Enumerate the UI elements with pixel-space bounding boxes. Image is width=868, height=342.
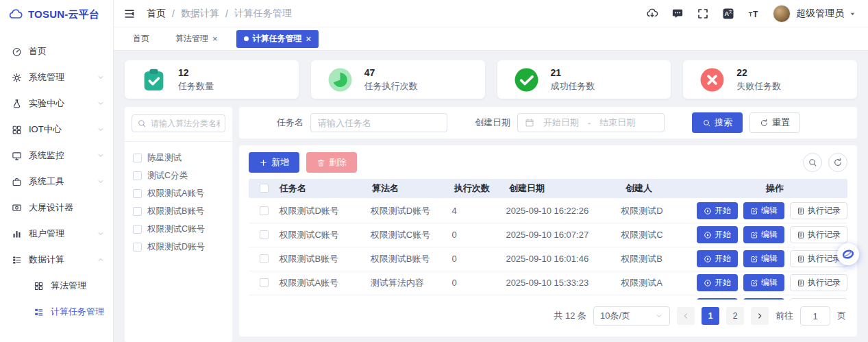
category-option[interactable]: 权限测试A账号: [133, 188, 225, 199]
close-icon[interactable]: ×: [212, 34, 218, 43]
breadcrumb-item[interactable]: 计算任务管理: [234, 8, 292, 20]
cell-create-date: 2025-09-10 16:01:46: [506, 254, 621, 264]
tab[interactable]: 计算任务管理 ×: [236, 30, 319, 48]
sidebar-item[interactable]: 实验中心: [0, 90, 113, 117]
category-option[interactable]: 测试C分类: [133, 170, 225, 182]
cell-algorithm-name: 权限测试B账号: [371, 253, 452, 265]
pie-chart-icon: [327, 67, 353, 93]
checkbox[interactable]: [133, 243, 142, 252]
edit-button[interactable]: 编辑: [743, 274, 784, 291]
task-name-label: 任务名: [277, 117, 303, 129]
sidebar-item[interactable]: 首页: [0, 38, 113, 64]
document-icon: [797, 231, 805, 239]
task-name-input[interactable]: [310, 113, 447, 132]
sidebar-item[interactable]: 大屏设计器: [0, 195, 113, 221]
row-checkbox[interactable]: [260, 206, 269, 215]
table-refresh-button[interactable]: [828, 153, 847, 172]
start-button[interactable]: 开始: [697, 226, 738, 243]
cloud-download-icon[interactable]: [646, 8, 658, 20]
user-menu[interactable]: 超级管理员: [773, 5, 856, 23]
checkbox[interactable]: [133, 225, 142, 234]
column-run-count: 执行次数: [454, 182, 509, 195]
sidebar-item[interactable]: 计算任务管理: [0, 299, 113, 325]
execution-records-button[interactable]: 执行记录: [790, 226, 847, 243]
topbar-actions: A文 TT 超级管理员: [646, 5, 856, 23]
refresh-icon: [833, 158, 843, 167]
page-number-button[interactable]: 2: [726, 307, 744, 325]
avatar: [773, 5, 791, 23]
category-option[interactable]: 权限测试D账号: [133, 241, 225, 253]
start-button[interactable]: 开始: [697, 202, 738, 219]
play-circle-icon: [704, 231, 712, 239]
font-size-icon[interactable]: TT: [747, 8, 760, 20]
edit-button[interactable]: 编辑: [743, 226, 784, 243]
user-name: 超级管理员: [796, 8, 844, 20]
filter-bar: 任务名 创建日期 开始日期 - 结束日期 搜索 重: [239, 107, 857, 138]
app-title: TOSUN-云平台: [28, 8, 99, 21]
refresh-icon: [760, 119, 769, 127]
date-range-picker[interactable]: 开始日期 - 结束日期: [517, 113, 665, 132]
sidebar-item[interactable]: 系统工具: [0, 169, 113, 195]
sidebar-item[interactable]: 系统监控: [0, 143, 113, 169]
svg-text:T: T: [749, 11, 752, 17]
tab[interactable]: 算法管理 ×: [168, 30, 225, 48]
category-option[interactable]: 陈星测试: [133, 152, 225, 164]
table-toolbar: 新增 删除: [249, 152, 847, 173]
arrow-left-icon: [682, 312, 690, 320]
checkbox[interactable]: [133, 154, 142, 162]
translate-icon[interactable]: A文: [722, 8, 734, 20]
column-create-date: 创建日期: [509, 182, 625, 195]
sidebar-item[interactable]: 系统管理: [0, 64, 113, 90]
table-header: 任务名 算法名 执行次数 创建日期 创建人 操作: [249, 179, 847, 198]
document-icon: [797, 279, 805, 287]
fullscreen-icon[interactable]: [697, 8, 709, 20]
edit-icon: [750, 231, 758, 239]
sidebar-item[interactable]: IOT中心: [0, 117, 113, 143]
edit-button[interactable]: 编辑: [743, 250, 784, 267]
calendar-icon: [525, 118, 534, 127]
breadcrumb-item[interactable]: 首页: [147, 8, 166, 20]
checkbox[interactable]: [133, 171, 142, 180]
execution-records-button[interactable]: 执行记录: [790, 274, 847, 291]
page-number-button[interactable]: 1: [702, 307, 719, 325]
close-icon[interactable]: ×: [306, 34, 312, 43]
start-button[interactable]: 开始: [697, 250, 738, 267]
row-checkbox[interactable]: [260, 230, 269, 239]
category-option[interactable]: 权限测试C账号: [133, 223, 225, 235]
category-option-label: 测试C分类: [147, 170, 188, 182]
checkbox[interactable]: [133, 207, 142, 216]
tab[interactable]: 首页: [125, 30, 157, 48]
sidebar-item[interactable]: 租户管理: [0, 221, 113, 247]
prev-page-button[interactable]: [677, 307, 695, 325]
row-checkbox[interactable]: [260, 278, 269, 287]
breadcrumb-item[interactable]: 数据计算: [181, 8, 219, 20]
sidebar-item[interactable]: 算法管理: [0, 273, 113, 299]
goto-page-input[interactable]: [800, 306, 830, 326]
page-size-select[interactable]: 10条/页: [593, 306, 670, 326]
search-button[interactable]: 搜索: [692, 112, 743, 133]
sidebar-item-label: 租户管理: [29, 228, 90, 240]
checkbox[interactable]: [133, 189, 142, 198]
cell-task-name: 权限测试A账号: [279, 277, 370, 289]
add-button[interactable]: 新增: [249, 152, 299, 173]
category-search-input[interactable]: [151, 119, 220, 128]
category-option[interactable]: 权限测试B账号: [133, 206, 225, 217]
row-checkbox[interactable]: [260, 254, 269, 263]
message-icon[interactable]: [671, 8, 684, 20]
app-logo[interactable]: TOSUN-云平台: [0, 0, 113, 29]
goto-label: 前往: [776, 310, 793, 322]
edit-button[interactable]: 编辑: [743, 202, 784, 219]
task-table-card: 新增 删除 任务名 算法名: [239, 145, 857, 337]
table-search-button[interactable]: [803, 153, 822, 172]
reset-button[interactable]: 重置: [749, 112, 800, 133]
delete-button[interactable]: 删除: [306, 152, 357, 173]
sidebar-item[interactable]: 数据计算: [0, 247, 113, 273]
execution-records-button[interactable]: 执行记录: [790, 202, 847, 219]
svg-text:文: 文: [729, 10, 733, 14]
chevron-down-icon: [97, 178, 105, 186]
collapse-menu-icon[interactable]: [123, 8, 136, 20]
select-all-checkbox[interactable]: [260, 184, 269, 193]
next-page-button[interactable]: [751, 307, 769, 325]
start-button[interactable]: 开始: [697, 274, 738, 291]
assistant-floating-button[interactable]: [837, 243, 859, 265]
